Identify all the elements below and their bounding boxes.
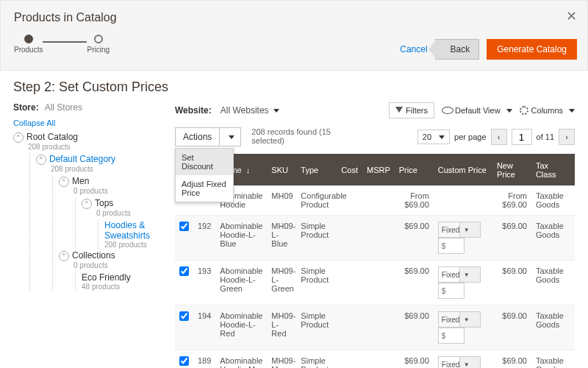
table-row: 189Abominable Hoodie-M-Blue MH09-M-BlueS… [175, 350, 575, 369]
cancel-button[interactable]: Cancel [400, 44, 427, 54]
tree-node[interactable]: Default Category [49, 154, 115, 164]
col-new-price[interactable]: New Price [492, 154, 531, 185]
filters-button[interactable]: Filters [389, 102, 434, 118]
columns-button[interactable]: Columns [520, 106, 575, 115]
chevron-icon[interactable]: ⌃ [59, 251, 69, 261]
price-type-select[interactable]: Fixed▼ [438, 266, 481, 283]
table-row: 193Abominable Hoodie-L-Green MH09-L-Gree… [175, 261, 575, 305]
actions-dropdown[interactable]: Actions Set Discount Adjust Fixed Price [175, 127, 241, 146]
category-tree: ⌃Root Catalog208 products ⌃Default Categ… [13, 132, 160, 291]
store-label: Store: [13, 102, 39, 113]
modal-title: Products in Catalog [14, 11, 574, 24]
default-view-button[interactable]: Default View [442, 105, 512, 116]
col-msrp[interactable]: MSRP [362, 154, 395, 185]
gear-icon [520, 106, 528, 115]
row-checkbox[interactable] [179, 356, 189, 366]
price-input[interactable] [438, 283, 465, 299]
back-button[interactable]: Back [435, 39, 480, 60]
tree-node[interactable]: Eco Friendly [82, 272, 131, 283]
price-input[interactable] [438, 328, 465, 344]
chevron-icon[interactable]: ⌃ [13, 132, 24, 143]
row-checkbox[interactable] [179, 266, 189, 276]
funnel-icon [395, 107, 403, 114]
generate-catalog-button[interactable]: Generate Catalog [487, 39, 577, 60]
col-sku[interactable]: SKU [267, 154, 296, 185]
website-label: Website: [175, 105, 212, 116]
price-input[interactable] [438, 238, 465, 254]
chevron-icon[interactable]: ⌃ [36, 155, 46, 165]
price-type-select[interactable]: Fixed▼ [438, 311, 481, 328]
page-input[interactable] [512, 129, 532, 145]
tree-node[interactable]: Hoodies & Sweatshirts [104, 220, 150, 241]
action-set-discount[interactable]: Set Discount [176, 149, 233, 175]
price-type-select[interactable]: Fixed▼ [438, 222, 481, 238]
tree-node[interactable]: Men [72, 176, 89, 186]
record-count: 208 records found (15 selected) [251, 127, 340, 145]
row-checkbox[interactable] [179, 222, 189, 231]
page-title: Step 2: Set Custom Prices [13, 79, 575, 95]
tree-node[interactable]: Root Catalog [26, 132, 78, 142]
col-tax[interactable]: Tax Class [531, 154, 575, 185]
chevron-icon[interactable]: ⌃ [59, 177, 69, 187]
prev-page-button[interactable]: ‹ [491, 129, 507, 145]
col-type[interactable]: Type [296, 154, 337, 185]
table-row: 194Abominable Hoodie-L-Red MH09-L-RedSim… [175, 305, 575, 350]
col-price[interactable]: Price [395, 154, 434, 185]
website-select[interactable]: All Websites [216, 105, 279, 116]
close-icon[interactable]: ✕ [566, 8, 577, 24]
col-custom[interactable]: Custom Price [434, 154, 492, 185]
step-products: Products [14, 46, 43, 54]
collapse-all-link[interactable]: Collapse All [13, 118, 160, 127]
store-value[interactable]: All Stores [45, 102, 82, 113]
page-size-select[interactable]: 20 [417, 130, 450, 144]
products-table: ID Name ↓ SKU Type Cost MSRP Price Custo… [175, 154, 575, 368]
row-checkbox[interactable] [179, 311, 189, 321]
actions-menu: Set Discount Adjust Fixed Price [175, 148, 234, 202]
price-type-select[interactable]: Fixed▼ [438, 356, 481, 368]
tree-node[interactable]: Collections [72, 250, 115, 261]
step-pricing: Pricing [87, 46, 110, 54]
chevron-icon[interactable]: ⌃ [82, 199, 92, 209]
eye-icon [442, 105, 452, 116]
next-page-button[interactable]: › [559, 129, 575, 145]
table-row: 198Abominable Hoodie MH09Configurable Pr… [175, 185, 575, 216]
action-adjust-fixed[interactable]: Adjust Fixed Price [176, 175, 233, 202]
col-cost[interactable]: Cost [337, 154, 362, 185]
tree-node[interactable]: Tops [95, 198, 113, 208]
table-row: 192Abominable Hoodie-L-Blue MH09-L-BlueS… [175, 216, 575, 261]
